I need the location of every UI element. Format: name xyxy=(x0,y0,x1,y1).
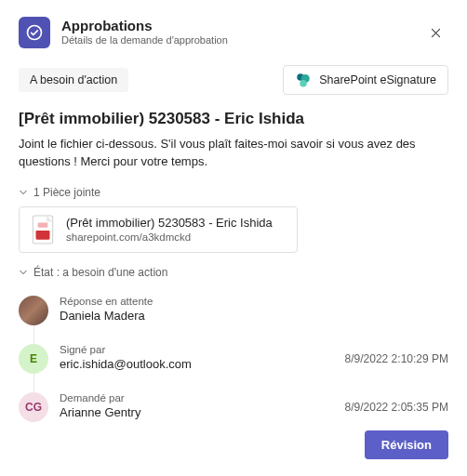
timeline-entry-timestamp: 8/9/2022 2:05:35 PM xyxy=(345,401,448,414)
timeline-entry: Réponse en attente Daniela Madera xyxy=(19,286,448,335)
chevron-down-icon xyxy=(19,188,28,197)
close-button[interactable] xyxy=(422,20,448,46)
attachments-section-label: 1 Pièce jointe xyxy=(33,186,100,199)
approval-dialog: Approbations Détails de la demande d'app… xyxy=(0,0,467,476)
state-section-label: État : a besoin d'une action xyxy=(33,266,167,279)
chevron-down-icon xyxy=(19,268,28,277)
provider-label: SharePoint eSignature xyxy=(319,73,436,86)
sharepoint-icon xyxy=(295,72,312,88)
dialog-header: Approbations Détails de la demande d'app… xyxy=(19,17,448,48)
dialog-subtitle: Détails de la demande d'approbation xyxy=(61,34,411,46)
request-title: [Prêt immobilier) 5230583 - Eric Ishida xyxy=(19,110,448,128)
attachments-section-header[interactable]: 1 Pièce jointe xyxy=(19,186,448,199)
timeline-entry-label: Demandé par xyxy=(60,392,334,405)
pdf-file-icon xyxy=(31,215,55,245)
avatar: CG xyxy=(19,392,48,422)
avatar xyxy=(19,296,48,325)
timeline-entry-timestamp: 8/9/2022 2:10:29 PM xyxy=(345,352,448,365)
timeline-entry: CG Demandé par Arianne Gentry 8/9/2022 2… xyxy=(19,383,448,431)
timeline-entry-name: Daniela Madera xyxy=(60,309,437,324)
state-section-header[interactable]: État : a besoin d'une action xyxy=(19,266,448,279)
svg-point-5 xyxy=(300,80,307,87)
svg-rect-8 xyxy=(38,222,48,227)
status-chip: A besoin d'action xyxy=(19,68,128,92)
close-icon xyxy=(430,27,442,39)
svg-rect-7 xyxy=(36,231,50,240)
approvals-app-icon xyxy=(19,17,50,48)
timeline-entry-label: Réponse en attente xyxy=(60,296,437,309)
avatar: E xyxy=(19,344,48,374)
status-row: A besoin d'action SharePoint eSignature xyxy=(19,65,448,95)
attachment-card[interactable]: (Prêt immobilier) 5230583 - Eric Ishida … xyxy=(19,206,298,253)
dialog-title: Approbations xyxy=(61,18,411,34)
timeline-entry-label: Signé par xyxy=(60,344,334,357)
timeline-entry-name: Arianne Gentry xyxy=(60,405,334,421)
svg-point-0 xyxy=(28,26,42,40)
review-button[interactable]: Révision xyxy=(365,430,448,459)
dialog-footer: Révision xyxy=(365,430,448,459)
timeline-entry: E Signé par eric.ishida@outlook.com 8/9/… xyxy=(19,335,448,383)
provider-button[interactable]: SharePoint eSignature xyxy=(283,65,448,95)
request-description: Joint le fichier ci-dessous. S'il vous p… xyxy=(19,136,448,171)
timeline-entry-name: eric.ishida@outlook.com xyxy=(60,357,334,373)
attachment-name: (Prêt immobilier) 5230583 - Eric Ishida xyxy=(66,216,273,231)
timeline: Réponse en attente Daniela Madera E Sign… xyxy=(19,286,448,431)
attachment-link: sharepoint.com/a3kdmckd xyxy=(66,231,273,243)
